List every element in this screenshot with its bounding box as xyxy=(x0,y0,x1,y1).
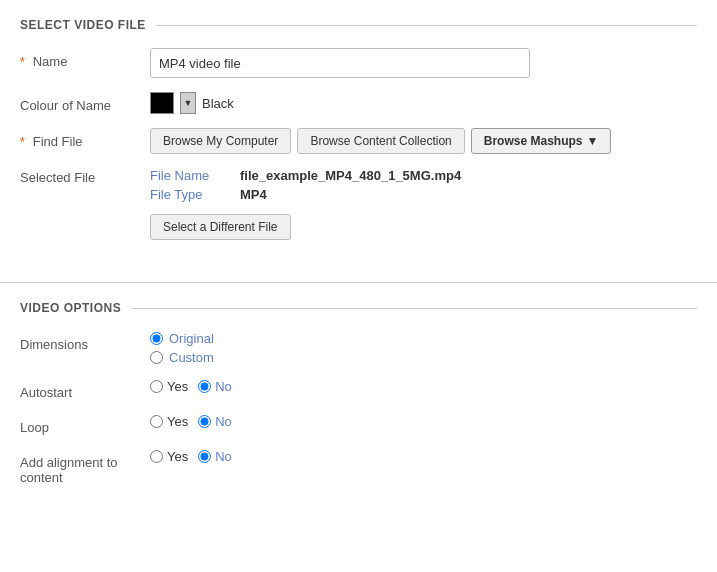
autostart-yes-radio[interactable] xyxy=(150,380,163,393)
autostart-radio-group: Yes No xyxy=(150,379,697,394)
autostart-yes-label[interactable]: Yes xyxy=(167,379,188,394)
loop-label: Loop xyxy=(20,414,150,435)
colour-control: ▼ Black xyxy=(150,92,697,114)
loop-yes-label[interactable]: Yes xyxy=(167,414,188,429)
find-file-label: * Find File xyxy=(20,128,150,149)
colour-dropdown-arrow[interactable]: ▼ xyxy=(180,92,196,114)
dimensions-original-label[interactable]: Original xyxy=(169,331,214,346)
name-required-asterisk: * xyxy=(20,54,25,69)
browse-mashups-button[interactable]: Browse Mashups ▼ xyxy=(471,128,612,154)
name-input[interactable] xyxy=(150,48,530,78)
browse-computer-button[interactable]: Browse My Computer xyxy=(150,128,291,154)
alignment-no-row: No xyxy=(198,449,232,464)
loop-no-row: No xyxy=(198,414,232,429)
video-options-section: VIDEO OPTIONS Dimensions Original Custom… xyxy=(0,283,717,519)
dimensions-original-row: Original xyxy=(150,331,697,346)
alignment-radio-group: Yes No xyxy=(150,449,697,464)
loop-yes-radio[interactable] xyxy=(150,415,163,428)
file-name-row: File Name file_example_MP4_480_1_5MG.mp4 xyxy=(150,168,697,183)
select-video-file-section: SELECT VIDEO FILE * Name Colour of Name … xyxy=(0,0,717,274)
video-options-title: VIDEO OPTIONS xyxy=(20,301,697,315)
dimensions-custom-label[interactable]: Custom xyxy=(169,350,214,365)
select-different-file-button[interactable]: Select a Different File xyxy=(150,214,291,240)
autostart-no-row: No xyxy=(198,379,232,394)
file-type-value: MP4 xyxy=(240,187,267,202)
loop-row: Loop Yes No xyxy=(20,414,697,435)
alignment-label: Add alignment to content xyxy=(20,449,150,485)
name-label: * Name xyxy=(20,48,150,69)
alignment-yes-label[interactable]: Yes xyxy=(167,449,188,464)
selected-file-details: File Name file_example_MP4_480_1_5MG.mp4… xyxy=(150,168,697,240)
browse-content-button[interactable]: Browse Content Collection xyxy=(297,128,464,154)
file-name-key: File Name xyxy=(150,168,240,183)
loop-no-label[interactable]: No xyxy=(215,414,232,429)
colour-swatch xyxy=(150,92,174,114)
colour-row: Colour of Name ▼ Black xyxy=(20,92,697,114)
mashups-chevron-icon: ▼ xyxy=(586,134,598,148)
file-type-row: File Type MP4 xyxy=(150,187,697,202)
dimensions-row: Dimensions Original Custom xyxy=(20,331,697,365)
file-type-key: File Type xyxy=(150,187,240,202)
dimensions-radio-group: Original Custom xyxy=(150,331,697,365)
autostart-no-label[interactable]: No xyxy=(215,379,232,394)
loop-no-radio[interactable] xyxy=(198,415,211,428)
find-file-buttons: Browse My Computer Browse Content Collec… xyxy=(150,128,697,154)
alignment-yes-radio[interactable] xyxy=(150,450,163,463)
find-file-required-asterisk: * xyxy=(20,134,25,149)
colour-name-text: Black xyxy=(202,96,234,111)
file-name-value: file_example_MP4_480_1_5MG.mp4 xyxy=(240,168,461,183)
name-row: * Name xyxy=(20,48,697,78)
loop-yes-row: Yes xyxy=(150,414,188,429)
alignment-no-radio[interactable] xyxy=(198,450,211,463)
selected-file-label: Selected File xyxy=(20,168,150,185)
find-file-row: * Find File Browse My Computer Browse Co… xyxy=(20,128,697,154)
autostart-row: Autostart Yes No xyxy=(20,379,697,400)
dimensions-label: Dimensions xyxy=(20,331,150,352)
selected-file-row: Selected File File Name file_example_MP4… xyxy=(20,168,697,240)
autostart-label: Autostart xyxy=(20,379,150,400)
select-video-file-title: SELECT VIDEO FILE xyxy=(20,18,697,32)
dimensions-custom-row: Custom xyxy=(150,350,697,365)
dimensions-custom-radio[interactable] xyxy=(150,351,163,364)
loop-radio-group: Yes No xyxy=(150,414,697,429)
dimensions-original-radio[interactable] xyxy=(150,332,163,345)
alignment-no-label[interactable]: No xyxy=(215,449,232,464)
colour-label: Colour of Name xyxy=(20,92,150,113)
autostart-yes-row: Yes xyxy=(150,379,188,394)
alignment-yes-row: Yes xyxy=(150,449,188,464)
name-field-container xyxy=(150,48,697,78)
alignment-row: Add alignment to content Yes No xyxy=(20,449,697,485)
autostart-no-radio[interactable] xyxy=(198,380,211,393)
